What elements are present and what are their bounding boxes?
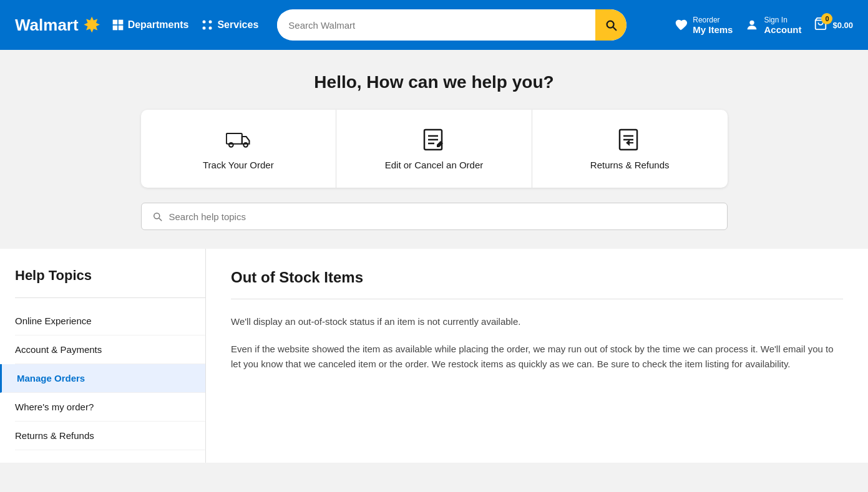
svg-rect-3 <box>118 26 123 31</box>
main-content: Help Topics Online Experience Account & … <box>0 249 868 463</box>
svg-point-11 <box>229 143 233 147</box>
track-order-label: Track Your Order <box>203 160 274 170</box>
sidebar-item-manage-orders[interactable]: Manage Orders <box>0 364 205 393</box>
sidebar-item-account-payments[interactable]: Account & Payments <box>15 335 205 364</box>
search-button[interactable] <box>595 9 627 41</box>
svg-point-8 <box>750 21 754 25</box>
cart-icon-container: 0 <box>814 17 827 33</box>
sidebar: Help Topics Online Experience Account & … <box>0 249 206 463</box>
sidebar-item-online-experience[interactable]: Online Experience <box>15 307 205 335</box>
article-paragraph-2: Even if the website showed the item as a… <box>231 342 843 372</box>
heart-icon <box>674 18 688 32</box>
sidebar-item-wheres-my-order[interactable]: Where's my order? <box>15 393 205 422</box>
search-input[interactable] <box>277 12 595 38</box>
sidebar-title: Help Topics <box>15 268 205 284</box>
svg-rect-10 <box>227 133 242 144</box>
services-icon <box>201 19 213 31</box>
svg-rect-0 <box>112 20 117 25</box>
reorder-link[interactable]: Reorder My Items <box>674 16 733 35</box>
walmart-logo[interactable]: Walmart ✸ <box>15 14 99 36</box>
signin-link[interactable]: Sign In Account <box>745 16 801 35</box>
article-paragraph-1: We'll display an out-of-stock status if … <box>231 314 843 329</box>
services-label: Services <box>217 19 258 31</box>
svg-point-7 <box>209 27 212 30</box>
search-bar <box>277 9 627 41</box>
help-search-input[interactable] <box>169 211 717 222</box>
svg-point-12 <box>243 143 248 147</box>
departments-button[interactable]: Departments <box>112 19 189 31</box>
article-title: Out of Stock Items <box>231 269 843 286</box>
edit-order-icon <box>422 127 447 152</box>
departments-label: Departments <box>128 19 189 31</box>
sidebar-item-returns-refunds[interactable]: Returns & Refunds <box>15 422 205 450</box>
returns-refunds-label: Returns & Refunds <box>590 160 670 170</box>
edit-cancel-label: Edit or Cancel an Order <box>385 160 484 170</box>
signin-text: Sign In Account <box>764 16 801 35</box>
logo-text: Walmart <box>15 16 79 35</box>
edit-cancel-link[interactable]: Edit or Cancel an Order <box>336 110 532 188</box>
returns-icon <box>617 127 642 152</box>
logo-spark-icon: ✸ <box>84 14 99 36</box>
svg-rect-2 <box>112 26 117 31</box>
search-icon <box>604 18 618 32</box>
sidebar-divider <box>15 297 205 298</box>
quick-links: Track Your Order Edit or Cancel an Order… <box>141 110 728 188</box>
reorder-text: Reorder My Items <box>693 16 733 35</box>
grid-icon <box>112 19 124 31</box>
returns-refunds-link[interactable]: Returns & Refunds <box>532 110 728 188</box>
article: Out of Stock Items We'll display an out-… <box>206 249 868 463</box>
svg-point-6 <box>203 27 206 30</box>
cart-amount: $0.00 <box>832 21 853 30</box>
cart-badge: 0 <box>821 13 832 24</box>
svg-rect-1 <box>118 20 123 25</box>
hero-section: Hello, How can we help you? Track Your O… <box>0 50 868 249</box>
article-divider <box>231 299 843 299</box>
svg-point-5 <box>209 21 212 24</box>
help-search-icon <box>152 211 163 222</box>
cart-link[interactable]: 0 $0.00 <box>814 17 853 33</box>
track-order-link[interactable]: Track Your Order <box>141 110 337 188</box>
user-icon <box>745 18 759 32</box>
services-button[interactable]: Services <box>201 19 258 31</box>
truck-icon <box>226 127 251 152</box>
header: Walmart ✸ Departments Services <box>0 0 868 50</box>
svg-point-4 <box>203 21 206 24</box>
hero-heading: Hello, How can we help you? <box>314 72 553 92</box>
help-search-container <box>141 203 728 230</box>
header-actions: Reorder My Items Sign In Account 0 <box>674 16 853 35</box>
